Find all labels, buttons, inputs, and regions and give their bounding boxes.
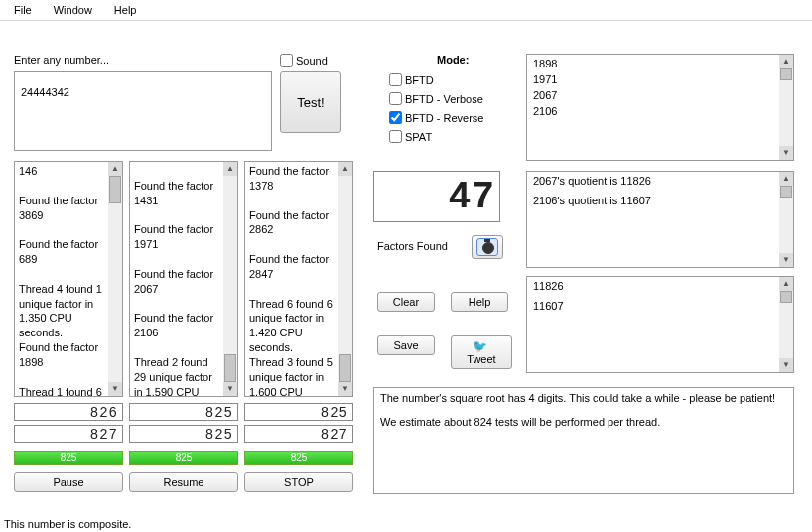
scrollbar[interactable]: ▲▼: [779, 172, 793, 267]
thread3-progress: 825: [244, 451, 353, 465]
scrollbar[interactable]: ▲▼: [779, 277, 793, 372]
thread2-text: Found the factor 1431 Found the factor 1…: [130, 162, 223, 396]
scroll-down-icon[interactable]: ▼: [779, 146, 793, 160]
save-button[interactable]: Save: [377, 335, 435, 355]
tweet-button[interactable]: 🐦Tweet: [451, 335, 512, 369]
test-button[interactable]: Test!: [280, 71, 341, 133]
scroll-up-icon[interactable]: ▲: [779, 172, 793, 186]
list-item[interactable]: 1971: [527, 71, 779, 87]
tweet-label: Tweet: [467, 353, 495, 365]
mode-spat-label: SPAT: [405, 131, 432, 143]
mode-spat-checkbox[interactable]: [389, 130, 402, 143]
thread2-progress: 825: [129, 451, 238, 465]
menubar: File Window Help: [0, 0, 812, 21]
scrollbar[interactable]: ▲ ▼: [779, 55, 793, 160]
list-item[interactable]: 11826: [527, 278, 779, 294]
mode-label: Mode:: [437, 54, 469, 66]
thread2-lcd2: 825: [129, 425, 238, 443]
scroll-up-icon[interactable]: ▲: [338, 162, 352, 176]
list-item[interactable]: 2067's quotient is 11826: [527, 173, 779, 189]
mode-bftd-verbose-label: BFTD - Verbose: [405, 93, 483, 105]
screenshot-button[interactable]: [472, 235, 503, 259]
scroll-down-icon[interactable]: ▼: [779, 253, 793, 267]
scroll-thumb[interactable]: [109, 176, 121, 203]
status-bar: This number is composite.: [4, 518, 131, 530]
quotients-list[interactable]: 2067's quotient is 118262106's quotient …: [526, 171, 794, 268]
scroll-thumb[interactable]: [780, 68, 792, 80]
scrollbar[interactable]: ▲▼: [338, 162, 352, 396]
scroll-thumb[interactable]: [780, 291, 792, 303]
mode-bftd-reverse-label: BFTD - Reverse: [405, 112, 483, 124]
sound-checkbox-row: Sound: [280, 54, 328, 66]
stop-button[interactable]: STOP: [244, 472, 353, 492]
thread2-output[interactable]: Found the factor 1431 Found the factor 1…: [129, 161, 238, 397]
thread3-lcd2: 827: [244, 425, 353, 443]
thread3-output[interactable]: Found the factor 1378 Found the factor 2…: [244, 161, 353, 397]
list-item[interactable]: 2067: [527, 87, 779, 103]
thread1-lcd1: 826: [14, 403, 123, 421]
number-input[interactable]: 24444342: [14, 71, 272, 151]
factors-found-label: Factors Found: [377, 240, 448, 252]
camera-icon: [476, 238, 498, 256]
mode-bftd-verbose-checkbox[interactable]: [389, 92, 402, 105]
thread1-progress: 825: [14, 451, 123, 465]
factors-count-display: 47: [373, 171, 500, 222]
twitter-icon: 🐦: [473, 339, 487, 353]
thread2-lcd1: 825: [129, 403, 238, 421]
help-button[interactable]: Help: [451, 292, 508, 312]
scroll-down-icon[interactable]: ▼: [779, 358, 793, 372]
scroll-down-icon[interactable]: ▼: [108, 382, 122, 396]
scrollbar[interactable]: ▲▼: [108, 162, 122, 396]
menu-help[interactable]: Help: [104, 2, 147, 18]
scroll-up-icon[interactable]: ▲: [779, 277, 793, 291]
mode-bftd-reverse-checkbox[interactable]: [389, 111, 402, 124]
menu-file[interactable]: File: [4, 2, 42, 18]
scroll-down-icon[interactable]: ▼: [338, 382, 352, 396]
thread1-text: 146 Found the factor 3869 Found the fact…: [15, 162, 108, 396]
mode-bftd-checkbox[interactable]: [389, 73, 402, 86]
list-item[interactable]: 2106: [527, 103, 779, 119]
thread1-lcd2: 827: [14, 425, 123, 443]
scrollbar[interactable]: ▲▼: [223, 162, 237, 396]
results-list[interactable]: 1182611607 ▲▼: [526, 276, 794, 373]
scroll-up-icon[interactable]: ▲: [108, 162, 122, 176]
list-item[interactable]: 1898: [527, 56, 779, 71]
menu-window[interactable]: Window: [44, 2, 102, 18]
scroll-up-icon[interactable]: ▲: [223, 162, 237, 176]
info-text: The number's square root has 4 digits. T…: [373, 387, 794, 494]
input-label: Enter any number...: [14, 54, 109, 66]
thread1-output[interactable]: 146 Found the factor 3869 Found the fact…: [14, 161, 123, 397]
factors-list[interactable]: 1898197120672106 ▲ ▼: [526, 54, 794, 161]
thread3-lcd1: 825: [244, 403, 353, 421]
mode-bftd-label: BFTD: [405, 74, 434, 86]
sound-checkbox[interactable]: [280, 54, 293, 66]
list-item[interactable]: 11607: [527, 298, 779, 314]
clear-button[interactable]: Clear: [377, 292, 435, 312]
list-item[interactable]: 2106's quotient is 11607: [527, 193, 779, 208]
scroll-thumb[interactable]: [224, 354, 236, 382]
scroll-up-icon[interactable]: ▲: [779, 55, 793, 68]
number-input-value: 24444342: [21, 86, 265, 98]
scroll-thumb[interactable]: [780, 186, 792, 198]
scroll-thumb[interactable]: [339, 354, 351, 382]
scroll-down-icon[interactable]: ▼: [223, 382, 237, 396]
thread3-text: Found the factor 1378 Found the factor 2…: [245, 162, 338, 396]
resume-button[interactable]: Resume: [129, 472, 238, 492]
sound-label: Sound: [296, 55, 328, 66]
pause-button[interactable]: Pause: [14, 472, 123, 492]
